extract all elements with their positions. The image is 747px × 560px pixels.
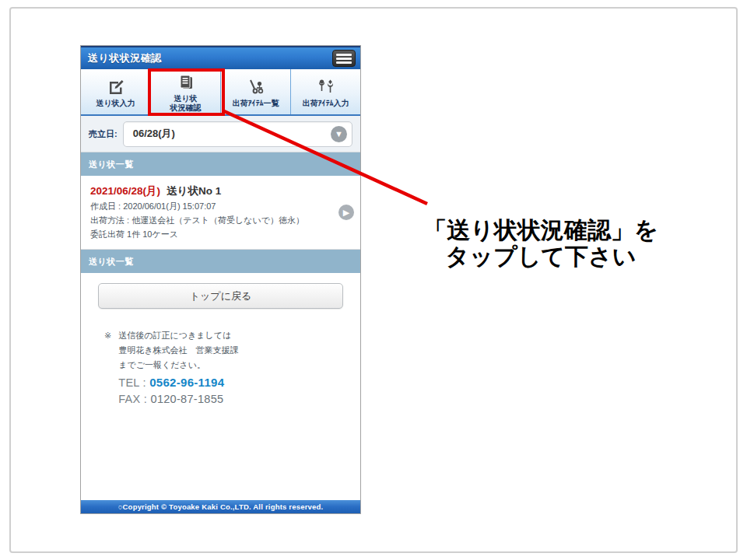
fax-line: FAX : 0120-87-1855	[118, 393, 238, 405]
section-header-invoice-list-2: 送り状一覧	[81, 250, 360, 273]
chevron-down-icon: ▼	[331, 126, 347, 142]
tel-line: TEL : 0562-96-1194	[118, 376, 238, 389]
invoice-consign: 委託出荷 1件 10ケース	[90, 229, 334, 240]
date-select-value: 06/28(月)	[133, 127, 175, 141]
invoice-text: 2021/06/28(月)送り状No 1 作成日 : 2020/06/01(月)…	[90, 184, 334, 240]
invoice-number: 送り状No 1	[167, 185, 221, 197]
fax-number: 0120-87-1855	[151, 393, 224, 405]
annotation-text: 「送り状状況確認」を タップして下さい	[405, 217, 677, 270]
invoice-date: 2021/06/28(月)	[90, 185, 160, 197]
invoice-method: 出荷方法 : 他運送会社（テスト（荷受しないで）徳永）	[90, 215, 334, 226]
tab-label: 送り状入力	[96, 99, 135, 108]
note-mark: ※	[104, 330, 111, 405]
invoice-list-item[interactable]: 2021/06/28(月)送り状No 1 作成日 : 2020/06/01(月)…	[81, 176, 360, 250]
copyright-bar: ○Copyright © Toyoake Kaki Co.,LTD. All r…	[81, 500, 360, 513]
document-icon	[177, 73, 195, 92]
tab-shipping-item-input[interactable]: 出荷ｱｲﾃﾑ入力	[291, 69, 360, 114]
date-filter-row: 売立日: 06/28(月) ▼	[81, 116, 360, 152]
hamburger-bar	[336, 61, 352, 64]
back-to-top-button[interactable]: トップに戻る	[98, 283, 343, 309]
date-filter-label: 売立日:	[89, 128, 117, 140]
hamburger-bar	[336, 54, 352, 56]
hamburger-menu-button[interactable]	[332, 50, 356, 67]
invoice-created: 作成日 : 2020/06/01(月) 15:07:07	[90, 201, 334, 212]
compose-icon	[107, 78, 125, 96]
section-header-invoice-list: 送り状一覧	[81, 152, 360, 176]
tab-label: 出荷ｱｲﾃﾑ入力	[303, 99, 349, 108]
hamburger-bar	[336, 58, 352, 60]
note-line-2: 豊明花き株式会社 営業支援課	[118, 345, 238, 357]
tab-bar: 送り状入力 送り状状況確認	[81, 69, 360, 116]
phone-screenshot: 送り状状況確認 送り状入力	[80, 45, 361, 514]
handtruck-icon	[247, 78, 265, 96]
annotation-line-2: タップして下さい	[405, 243, 677, 270]
footer-note: ※ 送信後の訂正につきましては 豊明花き株式会社 営業支援課 までご一報ください…	[81, 317, 360, 405]
date-select-dropdown[interactable]: 06/28(月) ▼	[123, 121, 352, 147]
copyright-text: ○Copyright © Toyoake Kaki Co.,LTD. All r…	[118, 502, 324, 511]
tab-label: 送り状状況確認	[170, 94, 202, 112]
note-body: 送信後の訂正につきましては 豊明花き株式会社 営業支援課 までご一報ください。 …	[118, 330, 238, 405]
chevron-right-icon: ▶	[338, 205, 354, 220]
button-zone: トップに戻る	[81, 273, 360, 317]
app-header: 送り状状況確認	[81, 46, 360, 69]
slide: 送り状状況確認 送り状入力	[0, 0, 747, 560]
tab-invoice-status[interactable]: 送り状状況確認	[151, 69, 221, 114]
tab-shipping-item-list[interactable]: 出荷ｱｲﾃﾑ一覧	[221, 69, 291, 114]
note-line-1: 送信後の訂正につきましては	[118, 330, 238, 342]
page-title: 送り状状況確認	[88, 51, 162, 65]
tab-label: 出荷ｱｲﾃﾑ一覧	[233, 99, 279, 108]
flowers-icon	[316, 78, 336, 96]
invoice-title-line: 2021/06/28(月)送り状No 1	[90, 184, 334, 198]
note-line-3: までご一報ください。	[118, 359, 238, 372]
tab-invoice-input[interactable]: 送り状入力	[81, 69, 151, 114]
annotation-line-1: 「送り状状況確認」を	[405, 217, 677, 243]
tel-number[interactable]: 0562-96-1194	[149, 376, 224, 389]
phone-spacer	[81, 405, 360, 500]
